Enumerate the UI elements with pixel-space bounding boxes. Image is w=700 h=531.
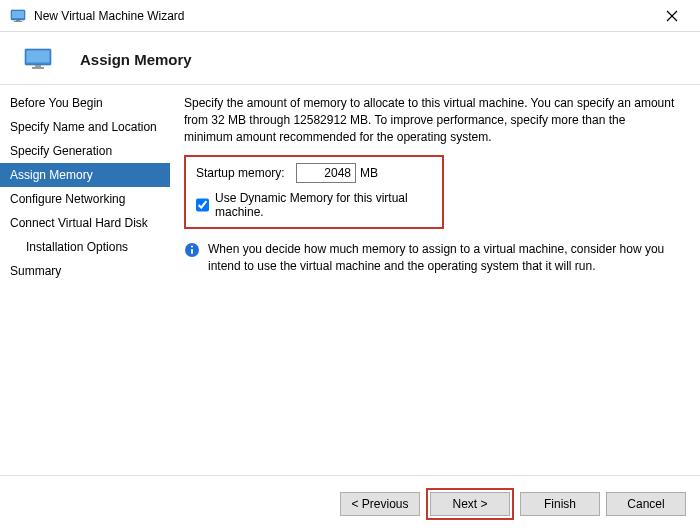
info-icon (184, 242, 200, 258)
svg-rect-1 (12, 11, 24, 18)
wizard-body: Before You Begin Specify Name and Locati… (0, 84, 700, 454)
svg-rect-8 (35, 65, 41, 67)
step-configure-networking[interactable]: Configure Networking (0, 187, 170, 211)
step-before-you-begin[interactable]: Before You Begin (0, 91, 170, 115)
previous-button[interactable]: < Previous (340, 492, 420, 516)
dynamic-memory-row: Use Dynamic Memory for this virtual mach… (196, 191, 432, 219)
window-title: New Virtual Machine Wizard (34, 9, 652, 23)
dynamic-memory-label[interactable]: Use Dynamic Memory for this virtual mach… (215, 191, 432, 219)
wizard-content: Specify the amount of memory to allocate… (170, 85, 700, 454)
memory-description: Specify the amount of memory to allocate… (184, 95, 676, 145)
wizard-header: Assign Memory (0, 32, 700, 84)
close-button[interactable] (652, 2, 692, 30)
titlebar: New Virtual Machine Wizard (0, 0, 700, 32)
monitor-icon (24, 48, 52, 70)
app-icon (10, 8, 26, 24)
startup-memory-unit: MB (360, 166, 378, 180)
step-specify-name[interactable]: Specify Name and Location (0, 115, 170, 139)
svg-rect-9 (32, 67, 44, 69)
step-summary[interactable]: Summary (0, 259, 170, 283)
svg-rect-7 (27, 51, 50, 63)
step-sidebar: Before You Begin Specify Name and Locati… (0, 85, 170, 454)
step-installation-options[interactable]: Installation Options (0, 235, 170, 259)
cancel-button[interactable]: Cancel (606, 492, 686, 516)
page-heading: Assign Memory (80, 51, 192, 68)
finish-button[interactable]: Finish (520, 492, 600, 516)
svg-rect-11 (191, 249, 193, 254)
startup-memory-row: Startup memory: MB (196, 163, 432, 183)
wizard-footer: < Previous Next > Finish Cancel (0, 475, 700, 531)
svg-rect-3 (14, 21, 22, 22)
step-connect-vhd[interactable]: Connect Virtual Hard Disk (0, 211, 170, 235)
startup-memory-input[interactable] (296, 163, 356, 183)
info-row: When you decide how much memory to assig… (184, 241, 676, 275)
next-button[interactable]: Next > (430, 492, 510, 516)
step-assign-memory[interactable]: Assign Memory (0, 163, 170, 187)
memory-settings-highlight: Startup memory: MB Use Dynamic Memory fo… (184, 155, 444, 229)
step-specify-generation[interactable]: Specify Generation (0, 139, 170, 163)
dynamic-memory-checkbox[interactable] (196, 198, 209, 212)
close-icon (666, 10, 678, 22)
startup-memory-label: Startup memory: (196, 166, 296, 180)
svg-point-12 (191, 246, 193, 248)
info-text: When you decide how much memory to assig… (208, 241, 676, 275)
next-button-highlight: Next > (426, 488, 514, 520)
svg-rect-2 (16, 20, 20, 21)
